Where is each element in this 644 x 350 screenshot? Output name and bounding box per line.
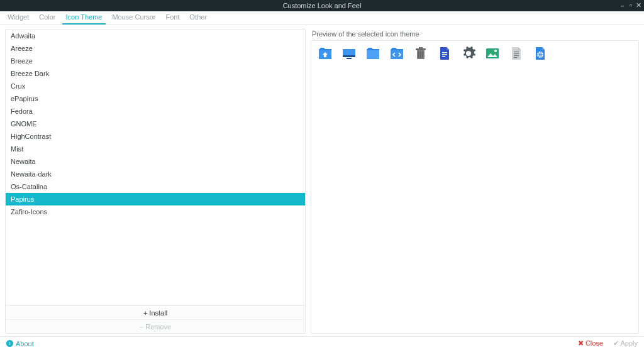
svg-rect-16 [514,55,519,56]
theme-item[interactable]: Areeze [6,42,305,55]
theme-item[interactable]: HighContrast [6,130,305,143]
content-area: Adwaita Areeze Breeze Breeze Dark Crux e… [0,25,644,336]
theme-item[interactable]: Crux [6,80,305,92]
footer: i About ✖ Close ✔ Apply [0,336,644,350]
svg-rect-4 [416,48,426,50]
close-icon[interactable]: ✕ [636,1,641,11]
settings-icon [461,46,476,61]
tab-font[interactable]: Font [162,11,184,25]
close-label: Close [586,339,603,347]
theme-item[interactable]: Os-Catalina [6,180,305,193]
install-button[interactable]: + Install [6,305,305,319]
tabbar: Widget Color Icon Theme Mouse Cursor Fon… [0,11,644,25]
tab-other[interactable]: Other [186,11,211,25]
theme-item[interactable]: Zafiro-Icons [6,205,305,218]
theme-item[interactable]: Fedora [6,105,305,118]
about-label: About [16,340,34,347]
svg-rect-1 [343,55,355,57]
theme-item[interactable]: Adwaita [6,30,305,42]
code-folder-icon [389,46,404,61]
html-file-icon [533,46,548,61]
theme-item[interactable]: Newaita-dark [6,168,305,180]
remove-button: − Remove [6,319,305,333]
svg-rect-11 [442,56,445,57]
window-controls: － ▫ ✕ [619,1,641,11]
theme-item-selected[interactable]: Papirus [6,193,305,205]
theme-action-buttons: + Install − Remove [6,305,305,333]
about-button[interactable]: i About [6,340,34,347]
window-title: Customize Look and Feel [283,2,362,9]
apply-label: Apply [620,339,638,347]
trash-icon [413,46,428,61]
theme-list-panel: Adwaita Areeze Breeze Breeze Dark Crux e… [5,29,306,334]
minimize-icon[interactable]: － [619,1,626,11]
tab-widget[interactable]: Widget [4,11,33,25]
preview-label: Preview of the selected icon theme [311,29,639,40]
info-icon: i [6,340,13,347]
image-icon [485,46,500,61]
apply-button: ✔ Apply [613,339,638,347]
tab-color[interactable]: Color [35,11,59,25]
theme-item[interactable]: ePapirus [6,92,305,105]
svg-rect-2 [347,58,352,59]
user-home-folder-icon [318,46,333,61]
close-button[interactable]: ✖ Close [578,339,603,347]
preview-box [311,40,639,334]
text-file-icon [509,46,524,61]
folder-icon [365,46,380,61]
titlebar: Customize Look and Feel － ▫ ✕ [0,0,644,11]
svg-point-13 [494,50,497,52]
svg-rect-17 [514,57,517,58]
theme-item[interactable]: GNOME [6,118,305,130]
svg-rect-14 [514,52,519,52]
tab-mouse-cursor[interactable]: Mouse Cursor [108,11,159,25]
tab-icon-theme[interactable]: Icon Theme [62,11,106,25]
svg-rect-9 [442,52,447,53]
theme-item[interactable]: Newaita [6,155,305,168]
preview-panel: Preview of the selected icon theme [311,29,639,334]
svg-rect-10 [442,54,447,55]
maximize-icon[interactable]: ▫ [630,1,632,11]
svg-rect-5 [419,47,423,48]
document-icon [437,46,452,61]
theme-item[interactable]: Breeze Dark [6,67,305,80]
theme-item[interactable]: Mist [6,143,305,155]
theme-item[interactable]: Breeze [6,55,305,67]
svg-rect-15 [514,53,519,54]
preview-icon-row [318,46,632,61]
desktop-folder-icon [341,46,357,61]
theme-list[interactable]: Adwaita Areeze Breeze Breeze Dark Crux e… [6,30,305,305]
